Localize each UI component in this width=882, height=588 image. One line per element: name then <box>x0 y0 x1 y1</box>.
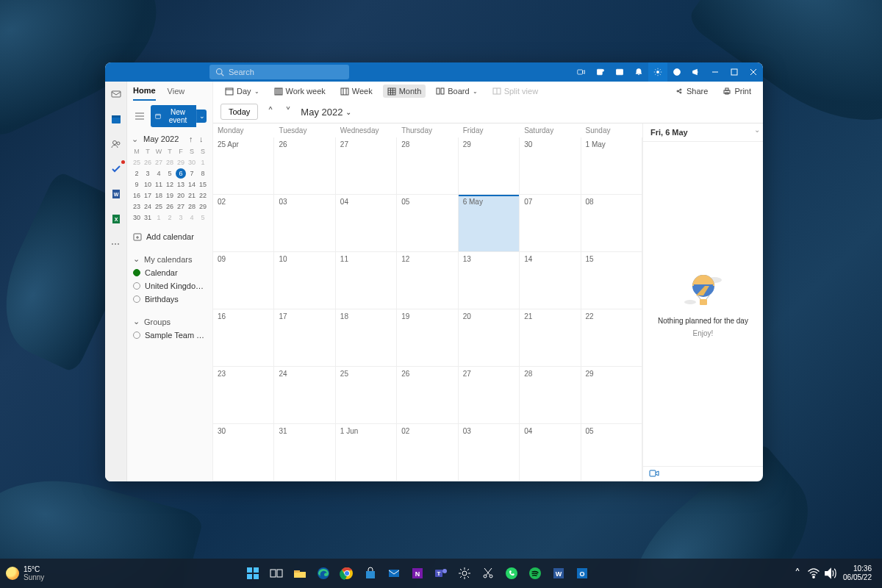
grid-cell[interactable]: 22 <box>581 309 642 367</box>
chrome-icon[interactable] <box>336 562 358 584</box>
rail-word-icon[interactable]: W <box>108 186 124 202</box>
today-button[interactable]: Today <box>220 104 258 120</box>
grid-cell[interactable]: 17 <box>274 309 335 367</box>
ribbon-expand-icon[interactable]: ⌄ <box>754 126 760 134</box>
minical-day[interactable]: 27 <box>176 201 186 212</box>
minical-day[interactable]: 28 <box>165 157 175 168</box>
minical-day[interactable]: 29 <box>198 201 208 212</box>
settings-icon[interactable] <box>648 62 667 82</box>
grid-cell[interactable]: 18 <box>336 309 397 367</box>
minical-day[interactable]: 26 <box>165 201 175 212</box>
view-day-button[interactable]: Day⌄ <box>220 85 264 98</box>
minical-day[interactable]: 5 <box>198 212 208 223</box>
grid-cell[interactable]: 29 <box>459 137 520 195</box>
minical-day[interactable]: 10 <box>143 179 153 190</box>
minical-day[interactable]: 31 <box>143 212 153 223</box>
wifi-icon[interactable] <box>806 562 821 584</box>
minical-day[interactable]: 29 <box>176 157 186 168</box>
help-icon[interactable] <box>667 62 686 82</box>
minical-day[interactable]: 11 <box>154 179 164 190</box>
spotify-icon[interactable] <box>524 562 546 584</box>
minimize-button[interactable] <box>706 62 725 82</box>
minical-day[interactable]: 6 <box>176 168 186 179</box>
hamburger-icon[interactable] <box>133 110 146 123</box>
minical-next-icon[interactable]: ↓ <box>199 135 208 143</box>
grid-cell[interactable]: 16 <box>213 309 274 367</box>
minical-day[interactable]: 3 <box>143 168 153 179</box>
grid-cell[interactable]: 13 <box>459 252 520 309</box>
tray-chevron-icon[interactable]: ˄ <box>790 562 805 584</box>
grid-cell[interactable]: 04 <box>520 424 581 481</box>
onenote-icon[interactable]: N <box>406 562 429 584</box>
minical-day[interactable]: 2 <box>165 212 175 223</box>
rail-more-icon[interactable]: ⋯ <box>108 236 124 252</box>
view-week-button[interactable]: Week <box>336 85 377 98</box>
day-panel-footer[interactable] <box>643 466 763 481</box>
minical-day[interactable]: 28 <box>187 201 197 212</box>
minical-day[interactable]: 1 <box>198 157 208 168</box>
minical-day[interactable]: 22 <box>198 190 208 201</box>
rail-mail-icon[interactable] <box>108 86 124 102</box>
groups-heading[interactable]: ⌄ Groups <box>133 315 207 329</box>
minical-day[interactable]: 17 <box>143 190 153 201</box>
grid-cell[interactable]: 05 <box>581 424 642 481</box>
taskbar-weather[interactable]: 15°C Sunny <box>6 565 44 581</box>
grid-cell[interactable]: 21 <box>520 309 581 367</box>
grid-cell[interactable]: 20 <box>459 309 520 367</box>
grid-cell[interactable]: 09 <box>213 252 274 309</box>
search-input[interactable]: Search <box>209 65 349 79</box>
outlook-icon[interactable]: O <box>571 562 593 584</box>
grid-cell[interactable]: 03 <box>459 424 520 481</box>
grid-cell[interactable]: 02 <box>213 195 274 252</box>
minical-day[interactable]: 12 <box>165 179 175 190</box>
minical-day[interactable]: 24 <box>143 201 153 212</box>
minical-day[interactable]: 30 <box>132 212 142 223</box>
minical-day[interactable]: 7 <box>187 168 197 179</box>
store-icon[interactable] <box>359 562 381 584</box>
minical-day[interactable]: 2 <box>132 168 142 179</box>
view-month-button[interactable]: Month <box>383 85 426 98</box>
megaphone-icon[interactable] <box>686 62 706 82</box>
taskview-icon[interactable] <box>265 562 287 584</box>
grid-cell[interactable]: 29 <box>581 367 642 424</box>
minical-day[interactable]: 1 <box>154 212 164 223</box>
grid-cell[interactable]: 27 <box>459 367 520 424</box>
grid-cell[interactable]: 12 <box>397 252 458 309</box>
minical-day[interactable]: 25 <box>132 157 142 168</box>
minical-day[interactable]: 14 <box>187 179 197 190</box>
grid-cell[interactable]: 23 <box>213 367 274 424</box>
volume-icon[interactable] <box>822 562 837 584</box>
grid-cell[interactable]: 1 Jun <box>336 424 397 481</box>
day-icon[interactable] <box>610 62 629 82</box>
my-calendars-heading[interactable]: ⌄ My calendars <box>133 252 207 266</box>
grid-cell[interactable]: 25 Apr <box>213 137 274 195</box>
teams-call-icon[interactable] <box>591 62 610 82</box>
minical-day[interactable]: 26 <box>143 157 153 168</box>
grid-cell[interactable]: 19 <box>397 309 458 367</box>
view-workweek-button[interactable]: Work week <box>270 85 330 98</box>
grid-cell[interactable]: 07 <box>520 195 581 252</box>
close-button[interactable] <box>744 62 763 82</box>
calendar-item-birthdays[interactable]: Birthdays <box>133 293 207 306</box>
minical-day[interactable]: 25 <box>154 201 164 212</box>
tab-home[interactable]: Home <box>133 82 156 101</box>
notifications-icon[interactable] <box>629 62 648 82</box>
minical-day[interactable]: 23 <box>132 201 142 212</box>
teams-icon[interactable]: T <box>430 562 452 584</box>
explorer-icon[interactable] <box>289 562 311 584</box>
minical-day[interactable]: 5 <box>165 168 175 179</box>
minical-day[interactable]: 19 <box>165 190 175 201</box>
grid-cell[interactable]: 26 <box>397 367 458 424</box>
grid-cell[interactable]: 02 <box>397 424 458 481</box>
settings-icon[interactable] <box>453 562 476 584</box>
share-button[interactable]: Share <box>670 85 712 98</box>
minical-day[interactable]: 18 <box>154 190 164 201</box>
add-calendar-button[interactable]: Add calendar <box>133 230 207 243</box>
minical-day[interactable]: 16 <box>132 190 142 201</box>
grid-cell[interactable]: 04 <box>336 195 397 252</box>
maximize-button[interactable] <box>725 62 744 82</box>
snip-icon[interactable] <box>477 562 499 584</box>
minical-day[interactable]: 30 <box>187 157 197 168</box>
grid-cell[interactable]: 05 <box>397 195 458 252</box>
grid-cell[interactable]: 6 May <box>459 195 520 252</box>
